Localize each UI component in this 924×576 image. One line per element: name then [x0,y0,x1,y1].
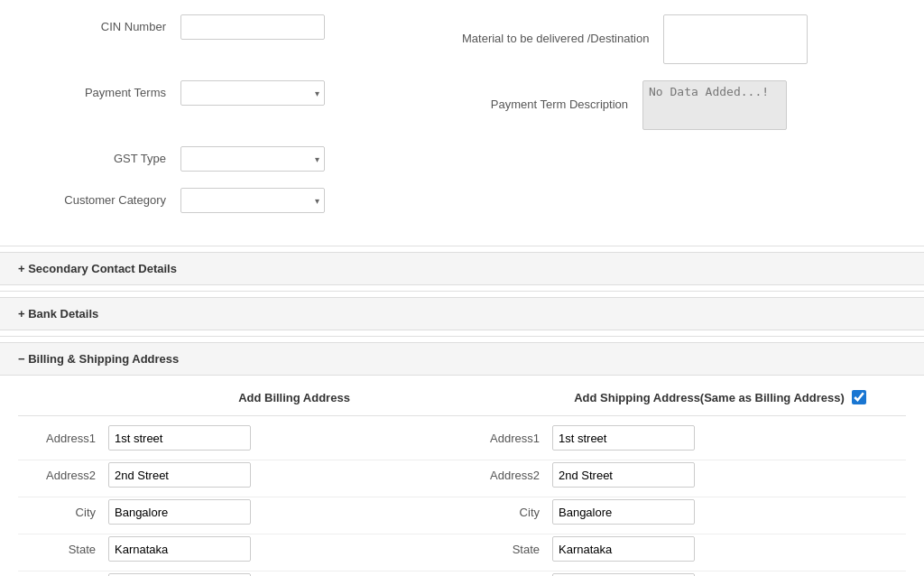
billing-city-label: City [18,506,108,519]
billing-state-input[interactable] [108,536,251,562]
bank-details-section[interactable]: + Bank Details [0,297,924,330]
same-as-billing-checkbox[interactable] [852,390,866,404]
customer-category-select[interactable] [180,188,325,213]
shipping-address2-input[interactable] [552,462,695,488]
shipping-state-label: State [462,543,552,556]
billing-address2-label: Address2 [18,469,108,482]
gst-type-select-wrapper: ▾ [180,146,325,172]
billing-address1-input[interactable] [108,425,251,451]
billing-state-label: State [18,543,108,556]
address-row: StateState [0,536,924,562]
shipping-city-input[interactable] [552,499,695,525]
cin-number-input[interactable] [180,14,325,40]
cin-number-label: CIN Number [36,19,180,35]
shipping-address2-label: Address2 [462,469,552,482]
payment-terms-label: Payment Terms [36,85,180,101]
shipping-address-header: Add Shipping Address(Same as Billing Add… [574,391,845,404]
billing-address1-label: Address1 [18,432,108,445]
material-destination-label: Material to be delivered /Destination [462,31,663,47]
customer-category-select-wrapper: ▾ [180,188,325,213]
secondary-contact-section[interactable]: + Secondary Contact Details [0,252,924,285]
material-destination-input[interactable] [663,14,808,64]
billing-address2-input[interactable] [108,462,251,488]
payment-term-desc-label: Payment Term Description [462,97,642,113]
payment-term-desc-textarea[interactable] [642,80,787,130]
payment-terms-select[interactable] [180,80,325,106]
shipping-city-label: City [462,506,552,519]
shipping-address1-input[interactable] [552,425,695,451]
billing-shipping-label: − Billing & Shipping Address [18,352,179,366]
billing-shipping-section[interactable]: − Billing & Shipping Address [0,342,924,376]
address-row: Address2Address2 [0,462,924,488]
address-row: CityCity [0,499,924,525]
bank-details-label: + Bank Details [18,307,98,321]
gst-type-label: GST Type [36,151,180,167]
customer-category-label: Customer Category [36,192,180,209]
payment-terms-select-wrapper: ▾ [180,80,325,106]
shipping-state-input[interactable] [552,536,695,562]
secondary-contact-label: + Secondary Contact Details [18,262,177,275]
billing-city-input[interactable] [108,499,251,525]
address-row: Address1Address1 [0,425,924,451]
shipping-address1-label: Address1 [462,432,552,445]
gst-type-select[interactable] [180,146,325,172]
billing-address-header: Add Billing Address [238,391,350,404]
